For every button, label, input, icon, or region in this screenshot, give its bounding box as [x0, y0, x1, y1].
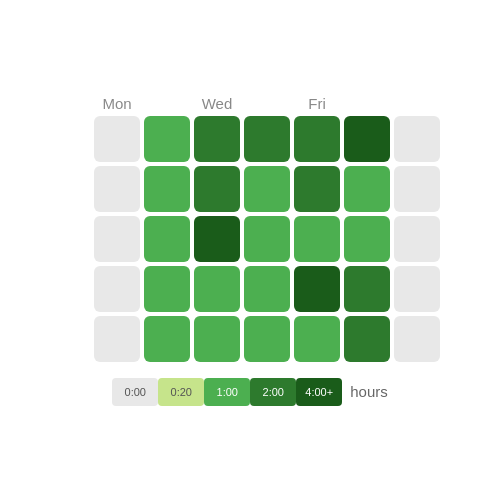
cell-4-0: [294, 116, 340, 162]
legend-item-0: 0:00: [112, 378, 158, 406]
col-5: [344, 116, 390, 362]
legend-box-4: 4:00+: [296, 378, 342, 406]
cell-2-2: [194, 216, 240, 262]
cell-6-1: [394, 166, 440, 212]
grid-cols: [94, 116, 440, 362]
cell-0-4: [94, 316, 140, 362]
day-label-fri: Fri: [294, 95, 340, 112]
cell-6-4: [394, 316, 440, 362]
time-label-1: [60, 97, 90, 143]
col-4: [294, 116, 340, 362]
time-label-2: [60, 151, 90, 197]
cell-5-2: [344, 216, 390, 262]
cell-2-0: [194, 116, 240, 162]
chart-container: Mon Wed Fri: [60, 95, 440, 406]
col-6: [394, 116, 440, 362]
cell-5-3: [344, 266, 390, 312]
legend-item-2: 1:00: [204, 378, 250, 406]
col-1: [144, 116, 190, 362]
cell-3-0: [244, 116, 290, 162]
cell-0-1: [94, 166, 140, 212]
grid-body: Mon Wed Fri: [60, 95, 440, 362]
cell-1-0: [144, 116, 190, 162]
legend: 0:00 0:20 1:00 2:00 4:00+ hours: [112, 378, 388, 406]
legend-box-3: 2:00: [250, 378, 296, 406]
time-labels: [60, 95, 90, 362]
cell-2-3: [194, 266, 240, 312]
cell-1-2: [144, 216, 190, 262]
cell-2-1: [194, 166, 240, 212]
legend-hours-label: hours: [350, 383, 388, 400]
cell-3-1: [244, 166, 290, 212]
legend-item-3: 2:00: [250, 378, 296, 406]
cell-0-3: [94, 266, 140, 312]
cell-0-0: [94, 116, 140, 162]
cell-2-4: [194, 316, 240, 362]
cell-4-1: [294, 166, 340, 212]
cell-5-4: [344, 316, 390, 362]
time-label-3: [60, 205, 90, 251]
day-label-empty2: [244, 95, 290, 112]
cell-1-4: [144, 316, 190, 362]
col-2: [194, 116, 240, 362]
col-0: [94, 116, 140, 362]
day-label-empty1: [144, 95, 190, 112]
cell-3-2: [244, 216, 290, 262]
legend-box-1: 0:20: [158, 378, 204, 406]
day-label-mon: Mon: [94, 95, 140, 112]
day-label-empty3: [344, 95, 390, 112]
cell-6-0: [394, 116, 440, 162]
cell-5-1: [344, 166, 390, 212]
cell-5-0: [344, 116, 390, 162]
cell-1-1: [144, 166, 190, 212]
time-label-5: [60, 313, 90, 359]
cell-4-2: [294, 216, 340, 262]
grid-wrapper: Mon Wed Fri: [60, 95, 440, 362]
legend-item-4: 4:00+: [296, 378, 342, 406]
legend-box-0: 0:00: [112, 378, 158, 406]
cell-3-3: [244, 266, 290, 312]
cell-3-4: [244, 316, 290, 362]
day-label-wed: Wed: [194, 95, 240, 112]
legend-item-1: 0:20: [158, 378, 204, 406]
cell-6-3: [394, 266, 440, 312]
cell-4-3: [294, 266, 340, 312]
cell-1-3: [144, 266, 190, 312]
cell-0-2: [94, 216, 140, 262]
time-label-4: [60, 259, 90, 305]
legend-box-2: 1:00: [204, 378, 250, 406]
cell-4-4: [294, 316, 340, 362]
col-3: [244, 116, 290, 362]
cell-6-2: [394, 216, 440, 262]
